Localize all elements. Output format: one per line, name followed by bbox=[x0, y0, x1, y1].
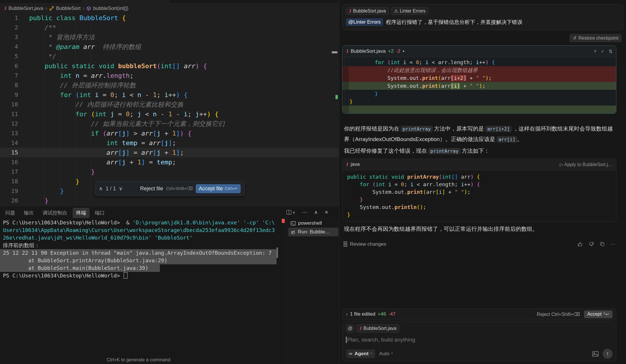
line-number: 3 bbox=[0, 32, 18, 42]
thumbs-down-icon[interactable] bbox=[589, 242, 594, 247]
context-file-chip[interactable]: J BubbleSort.java bbox=[356, 324, 399, 333]
file-chip[interactable]: J BubbleSort.java bbox=[346, 7, 389, 15]
editor-line[interactable]: 15 arr[j] = arr[j + 1]; bbox=[0, 148, 339, 157]
expand-diff-icon[interactable]: ⇅ bbox=[609, 49, 613, 54]
line-number: 16 bbox=[0, 157, 18, 167]
panel-tab-调试控制台[interactable]: 调试控制台 bbox=[39, 208, 71, 218]
editor-line[interactable]: 3 * 冒泡排序方法 bbox=[0, 32, 339, 42]
editor-tab-strip[interactable] bbox=[0, 0, 339, 3]
editor-line[interactable]: 6 public static void bubbleSort(int[] ar… bbox=[0, 61, 339, 71]
code-lines[interactable]: 1public class BubbleSort {2 /**3 * 冒泡排序方… bbox=[0, 13, 339, 205]
java-file-icon: J bbox=[346, 162, 348, 167]
review-changes-button[interactable]: Review changes bbox=[343, 241, 386, 247]
editor-line[interactable]: 17 } bbox=[0, 167, 339, 177]
line-number: 11 bbox=[0, 109, 18, 119]
breadcrumb-method[interactable]: bubbleSort(int[]) bbox=[93, 6, 128, 11]
mention-pill[interactable]: @Linter Errors bbox=[346, 18, 383, 26]
apply-code-button[interactable]: ▷ Apply to BubbleSort.j… bbox=[560, 162, 613, 167]
send-button[interactable]: ↑ bbox=[603, 349, 613, 359]
add-context-button[interactable]: @ bbox=[346, 324, 354, 333]
chatcode-line: public static void printArray(int[] arr)… bbox=[342, 173, 616, 181]
review-changes-label: Review changes bbox=[350, 241, 386, 247]
editor-line[interactable]: 9 for (int i = 0; i < n - 1; i++) { bbox=[0, 90, 339, 100]
code-editor[interactable]: 1public class BubbleSort {2 /**3 * 冒泡排序方… bbox=[0, 13, 339, 206]
divider bbox=[286, 217, 286, 364]
terminal-item-powershell[interactable]: powershell bbox=[288, 219, 338, 228]
diff-card: J BubbleSort.java +2 -2 • × ✓ ⇅ for (int… bbox=[342, 45, 616, 114]
breadcrumb[interactable]: J BubbleSort.java › BubbleSort › bubbleS… bbox=[0, 3, 343, 13]
breadcrumb-file[interactable]: BubbleSort.java bbox=[8, 6, 43, 11]
maximize-panel-icon[interactable]: ∧ bbox=[314, 209, 318, 215]
panel-tab-终端[interactable]: 终端 bbox=[73, 208, 90, 218]
chevron-right-icon: › bbox=[83, 5, 84, 11]
accept-file-button[interactable]: Accept file Ctrl+↵ bbox=[196, 184, 241, 193]
terminal-line[interactable]: at BubbleSort.main(BubbleSort.java:39) bbox=[0, 264, 279, 272]
editor-line[interactable]: 4 * @param arr 待排序的数组 bbox=[0, 42, 339, 52]
next-diff-icon[interactable]: ∨ bbox=[119, 185, 123, 192]
split-terminal-icon bbox=[286, 210, 291, 214]
reject-all-button[interactable]: Reject Ctrl+Shift+⌫ bbox=[537, 312, 580, 317]
terminal-line[interactable]: 26e\redhat.java\jdt_ws\HelloWorld_610d79… bbox=[0, 234, 279, 242]
more-actions-icon[interactable]: ⋯ bbox=[302, 209, 307, 215]
attach-image-icon[interactable] bbox=[592, 351, 599, 357]
line-number: 5 bbox=[0, 52, 18, 61]
model-selector[interactable]: Auto ^ bbox=[379, 351, 393, 357]
terminal-item-label: Run: Bubble… bbox=[298, 229, 330, 235]
terminal-line[interactable]: at BubbleSort.printArray(BubbleSort.java… bbox=[0, 257, 279, 264]
editor-line[interactable]: 7 int n = arr.length; bbox=[0, 71, 339, 80]
terminal-line[interactable]: Users\10634\AppData\Roaming\Cursor\User\… bbox=[0, 226, 279, 234]
line-number: 20 bbox=[0, 196, 18, 205]
editor-line[interactable]: 1public class BubbleSort { bbox=[0, 13, 339, 23]
editor-line[interactable]: 14 int temp = arr[j]; bbox=[0, 138, 339, 148]
panel-tab-问题[interactable]: 问题 bbox=[2, 208, 19, 218]
prev-diff-icon[interactable]: ∧ bbox=[99, 185, 103, 192]
panel-tab-输出[interactable]: 输出 bbox=[20, 208, 37, 218]
reject-file-button[interactable]: Reject file bbox=[140, 186, 163, 192]
terminal-line[interactable]: PS C:\Users\10634\Desktop\HelloWorld> bbox=[0, 272, 279, 279]
files-edited-bar: › 1 file edited +46 -47 Reject Ctrl+Shif… bbox=[342, 308, 616, 320]
line-number: 10 bbox=[0, 100, 18, 109]
active-tab[interactable] bbox=[82, 0, 170, 3]
panel-tab-端口[interactable]: 端口 bbox=[91, 208, 108, 218]
split-terminal-button[interactable]: ∨ bbox=[286, 210, 295, 214]
diff-card-header[interactable]: J BubbleSort.java +2 -2 • × ✓ ⇅ bbox=[342, 46, 616, 57]
line-number: 7 bbox=[0, 71, 18, 80]
editor-line[interactable]: 8 // 外层循环控制排序轮数 bbox=[0, 80, 339, 90]
linter-errors-chip[interactable]: ⚠ Linter Errors bbox=[391, 7, 428, 15]
editor-line[interactable]: 20 } bbox=[0, 196, 339, 205]
terminal-item-run[interactable]: Run: Bubble… bbox=[288, 228, 338, 236]
user-message[interactable]: J BubbleSort.java ⚠ Linter Errors @Linte… bbox=[342, 4, 623, 30]
terminal-line[interactable]: 25 12 22 11 90 Exception in thread "main… bbox=[0, 249, 279, 257]
composer-placeholder[interactable]: Plan, search, build anything bbox=[347, 337, 415, 343]
editor-line[interactable]: 16 arr[j + 1] = temp; bbox=[0, 157, 339, 167]
terminal-scrollbar[interactable] bbox=[277, 247, 278, 258]
accept-all-button[interactable]: Accept ^↵ bbox=[584, 310, 613, 318]
accept-diff-icon[interactable]: ✓ bbox=[601, 49, 604, 54]
removed-count: -2 bbox=[396, 48, 400, 54]
thumbs-up-icon[interactable] bbox=[578, 242, 583, 247]
expand-chevron-icon[interactable]: › bbox=[346, 311, 348, 317]
restore-checkpoint-button[interactable]: ↺ Restore checkpoint bbox=[569, 34, 622, 42]
chatcode-line: System.out.println(); bbox=[342, 203, 616, 211]
editor-line[interactable]: 5 */ bbox=[0, 52, 339, 61]
context-file-label: BubbleSort.java bbox=[363, 326, 396, 331]
editor-line[interactable]: 10 // 内层循环进行相邻元素比较和交换 bbox=[0, 100, 339, 109]
panel-tabs[interactable]: 问题输出调试控制台终端端口 bbox=[2, 208, 108, 218]
terminal-list[interactable]: powershellRun: Bubble… bbox=[288, 219, 338, 236]
terminal-line[interactable]: 排序前的数组： bbox=[0, 242, 279, 249]
restore-label: Restore checkpoint bbox=[578, 36, 618, 41]
breadcrumb-class[interactable]: BubbleSort bbox=[56, 6, 81, 11]
agent-mode-selector[interactable]: ∞ Agent ^ bbox=[346, 349, 375, 358]
editor-line[interactable]: 11 for (int j = 0; j < n - 1 - i; j++) { bbox=[0, 109, 339, 119]
terminal-line[interactable]: PS C:\Users\10634\Desktop\HelloWorld> & … bbox=[0, 219, 279, 226]
editor-line[interactable]: 12 // 如果当前元素大于下一个元素，则交换它们 bbox=[0, 119, 339, 129]
editor-line[interactable]: 13 if (arr[j] > arr[j + 1]) { bbox=[0, 129, 339, 138]
editor-line[interactable]: 2 /** bbox=[0, 23, 339, 32]
terminal-output[interactable]: PS C:\Users\10634\Desktop\HelloWorld> & … bbox=[0, 219, 279, 279]
more-options-icon[interactable]: ⋯ bbox=[611, 241, 615, 247]
copy-icon[interactable] bbox=[600, 242, 605, 247]
scrollbar-thumb[interactable] bbox=[332, 51, 338, 53]
chat-composer[interactable]: @ J BubbleSort.java Plan, search, build … bbox=[342, 321, 616, 361]
close-panel-icon[interactable]: × bbox=[325, 209, 328, 216]
reject-diff-icon[interactable]: × bbox=[594, 49, 597, 54]
